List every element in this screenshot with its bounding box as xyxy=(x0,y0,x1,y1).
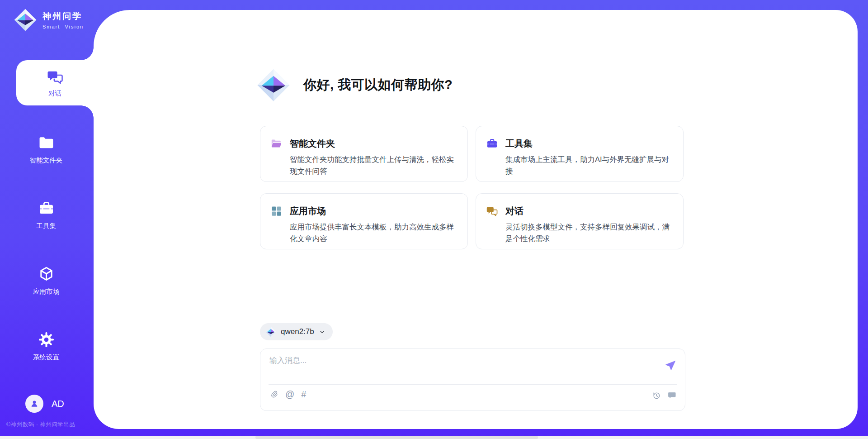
card-description: 集成市场上主流工具，助力AI与外界无缝扩展与对接 xyxy=(505,153,671,177)
card-title: 工具集 xyxy=(505,138,533,150)
card-title: 应用市场 xyxy=(290,205,326,217)
toolbox-icon xyxy=(486,138,498,150)
model-selector[interactable]: qwen2:7b xyxy=(260,323,333,340)
chevron-down-icon xyxy=(319,329,326,335)
brand-subtitle: Smart Vision xyxy=(42,24,84,29)
composer-left-tools: @ # xyxy=(269,390,306,399)
card-head: 智能文件夹 xyxy=(270,138,456,150)
attachment-icon[interactable] xyxy=(269,390,278,399)
sidebar-item-settings[interactable]: 系统设置 xyxy=(11,323,81,370)
chat-bubble-icon[interactable] xyxy=(667,391,677,400)
user-account[interactable]: AD xyxy=(25,395,64,413)
brand-text: 神州问学 Smart Vision xyxy=(42,10,84,29)
toolbox-icon xyxy=(38,200,55,217)
card-description: 灵活切换多模型文件，支持多样回复效果调试，满足个性化需求 xyxy=(505,221,671,244)
chat-bubbles-icon xyxy=(486,205,498,217)
sidebar-item-label: 应用市场 xyxy=(33,287,59,296)
card-description: 智能文件夹功能支持批量文件上传与清洗，轻松实现文件问答 xyxy=(290,153,456,177)
greeting-diamond-logo-icon xyxy=(256,68,291,102)
message-composer: @ # xyxy=(260,348,685,411)
greeting-row: 你好, 我可以如何帮助你? xyxy=(256,68,453,102)
horizontal-scrollbar-thumb[interactable] xyxy=(255,436,538,439)
folder-icon xyxy=(38,134,55,151)
brand: 神州问学 Smart Vision xyxy=(14,8,84,32)
copyright-text: ©神州数码 · 神州问学出品 xyxy=(6,421,75,429)
card-smart-folder[interactable]: 智能文件夹 智能文件夹功能支持批量文件上传与清洗，轻松实现文件问答 xyxy=(260,126,468,182)
sidebar-item-chat[interactable]: 对话 xyxy=(16,60,94,105)
sidebar-item-toolset[interactable]: 工具集 xyxy=(11,191,81,239)
horizontal-scrollbar[interactable] xyxy=(0,436,868,439)
card-title: 智能文件夹 xyxy=(290,138,335,150)
card-head: 对话 xyxy=(486,205,671,217)
card-head: 工具集 xyxy=(486,138,671,150)
user-name: AD xyxy=(52,399,64,409)
mention-icon[interactable]: @ xyxy=(285,390,294,399)
sidebar-item-label: 工具集 xyxy=(36,222,56,230)
sidebar-item-label: 智能文件夹 xyxy=(30,156,63,165)
model-name: qwen2:7b xyxy=(281,327,314,336)
card-head: 应用市场 xyxy=(270,205,456,217)
card-title: 对话 xyxy=(505,205,524,217)
brand-diamond-logo-icon xyxy=(14,8,37,32)
card-app-market[interactable]: 应用市场 应用市场提供丰富长文本模板，助力高效生成多样化文章内容 xyxy=(260,193,468,249)
send-icon[interactable] xyxy=(664,359,677,372)
brand-name: 神州问学 xyxy=(42,10,84,22)
card-description: 应用市场提供丰富长文本模板，助力高效生成多样化文章内容 xyxy=(290,221,456,244)
avatar[interactable] xyxy=(25,395,43,413)
history-icon[interactable] xyxy=(651,391,661,400)
folder-open-icon xyxy=(270,138,283,150)
person-icon xyxy=(29,399,39,409)
composer-right-tools xyxy=(651,391,677,400)
card-toolset[interactable]: 工具集 集成市场上主流工具，助力AI与外界无缝扩展与对接 xyxy=(476,126,684,182)
sidebar-item-app-market[interactable]: 应用市场 xyxy=(11,257,81,304)
main-panel: 你好, 我可以如何帮助你? 智能文件夹 智能文件夹功能支持批量文件上传与清洗，轻… xyxy=(94,10,858,429)
hashtag-icon[interactable]: # xyxy=(301,390,306,399)
cube-icon xyxy=(38,266,55,282)
greeting-text: 你好, 我可以如何帮助你? xyxy=(303,76,453,94)
app-window: 神州问学 Smart Vision 对话 智能文件夹 工具集 应用市场 系统设置… xyxy=(0,0,868,439)
gear-icon xyxy=(38,331,55,348)
card-chat[interactable]: 对话 灵活切换多模型文件，支持多样回复效果调试，满足个性化需求 xyxy=(476,193,684,249)
app-grid-icon xyxy=(270,205,283,217)
composer-divider xyxy=(269,384,677,385)
sidebar-item-label: 系统设置 xyxy=(33,353,59,362)
message-input[interactable] xyxy=(269,355,654,382)
sidebar-item-smart-folder[interactable]: 智能文件夹 xyxy=(11,126,81,173)
chat-bubbles-icon xyxy=(47,68,64,86)
model-diamond-logo-icon xyxy=(265,326,276,337)
sidebar-item-label: 对话 xyxy=(48,89,61,98)
feature-cards: 智能文件夹 智能文件夹功能支持批量文件上传与清洗，轻松实现文件问答 工具集 集成… xyxy=(260,126,684,249)
